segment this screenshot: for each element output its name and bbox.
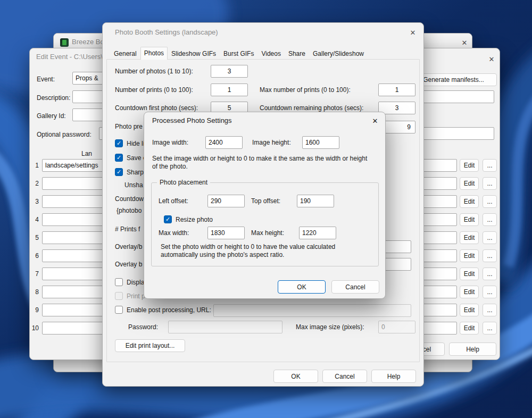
row-more-button[interactable]: ... <box>483 195 497 208</box>
left-offset-input[interactable] <box>207 195 245 207</box>
row-more-button[interactable]: ... <box>483 304 497 316</box>
tab-burst-gifs[interactable]: Burst GIFs <box>220 48 257 60</box>
num-prints-input[interactable] <box>211 83 248 96</box>
max-image-size-label: Max image size (pixels): <box>296 323 364 331</box>
row-more-button[interactable]: ... <box>483 322 497 335</box>
resize-photo-label: Resize photo <box>176 216 213 223</box>
image-width-input[interactable] <box>205 136 243 149</box>
max-height-input[interactable] <box>299 227 336 239</box>
max-width-input[interactable] <box>207 227 245 239</box>
processed-dialog-titlebar[interactable]: Processed Photo Settings ✕ <box>144 112 385 130</box>
row-number: 8 <box>30 288 39 296</box>
checkmark-icon: ✓ <box>165 216 170 223</box>
sharpen-checkbox[interactable]: ✓ <box>115 168 123 176</box>
row-edit-button[interactable]: Edit <box>460 195 479 208</box>
image-width-label: Image width: <box>152 139 188 146</box>
cancel-button[interactable]: Cancel <box>331 280 379 294</box>
row-number: 7 <box>30 270 39 278</box>
row-number: 4 <box>30 216 39 223</box>
display-label: Displa <box>127 279 144 286</box>
row-edit-button[interactable]: Edit <box>460 177 479 190</box>
tab-gallery-slideshow[interactable]: Gallery/Slideshow <box>309 48 368 60</box>
row-number: 2 <box>30 180 39 187</box>
edit-event-title: Edit Event - C:\Users\ <box>36 53 103 61</box>
row-more-button[interactable]: ... <box>483 177 497 190</box>
max-width-label: Max width: <box>159 229 189 237</box>
close-icon[interactable]: ✕ <box>408 27 418 38</box>
description-label: Description: <box>37 94 70 102</box>
ok-button[interactable]: OK <box>278 280 326 294</box>
row-edit-button[interactable]: Edit <box>460 231 479 244</box>
row-more-button[interactable]: ... <box>483 267 497 280</box>
row-edit-button[interactable]: Edit <box>460 213 479 226</box>
tab-slideshow-gifs[interactable]: Slideshow GIFs <box>168 48 220 60</box>
image-height-label: Image height: <box>252 139 291 146</box>
row-more-button[interactable]: ... <box>483 159 497 172</box>
processed-dialog-title: Processed Photo Settings <box>152 116 232 125</box>
row-number: 6 <box>30 252 39 260</box>
row-number: 9 <box>30 306 39 314</box>
overlay-border-label: Overlay b <box>115 261 142 268</box>
row-more-button[interactable]: ... <box>483 231 497 244</box>
cancel-button[interactable]: Cancel <box>322 370 367 383</box>
column-header-label: Lan <box>81 150 92 157</box>
gallery-id-label: Gallery Id: <box>37 112 66 120</box>
countdown-overlay-label: Countdow <box>115 195 144 203</box>
edit-print-layout-button[interactable]: Edit print layout... <box>115 339 185 352</box>
countdown-remaining-label: Countdown remaining photos (secs): <box>260 104 363 112</box>
password-input[interactable] <box>168 321 282 333</box>
row-more-button[interactable]: ... <box>483 286 497 298</box>
help-button[interactable]: Help <box>371 370 416 383</box>
row-edit-button[interactable]: Edit <box>460 267 479 280</box>
display-checkbox[interactable] <box>115 278 123 286</box>
top-offset-input[interactable] <box>297 195 334 207</box>
print-preview-checkbox[interactable] <box>115 292 123 300</box>
row-number: 5 <box>30 234 39 241</box>
checkmark-icon: ✓ <box>117 140 121 147</box>
overlay-background-label: Overlay/b <box>115 243 142 250</box>
print-preview-label: Print p <box>127 292 145 300</box>
image-height-input[interactable] <box>302 136 339 149</box>
close-icon[interactable]: ✕ <box>370 115 380 126</box>
photobooth-token-label: {photobo <box>117 207 142 214</box>
desktop: Breeze Booth ✕ Edit Event - C:\Users\ ✕ … <box>0 0 532 418</box>
optional-password-label: Optional password: <box>37 131 92 138</box>
row-edit-button[interactable]: Edit <box>460 322 479 335</box>
row-more-button[interactable]: ... <box>483 249 497 262</box>
row-edit-button[interactable]: Edit <box>460 249 479 262</box>
post-processing-url-input[interactable] <box>213 304 411 317</box>
sharpen-label: Sharp <box>127 169 144 176</box>
row-number: 3 <box>30 198 39 205</box>
aspect-note: Set the photo width or height to 0 to ha… <box>161 243 359 259</box>
tab-share[interactable]: Share <box>285 48 309 60</box>
resize-photo-checkbox[interactable]: ✓ <box>164 215 172 223</box>
tab-general[interactable]: General <box>110 48 140 60</box>
row-edit-button[interactable]: Edit <box>460 159 479 172</box>
tab-strip: General Photos Slideshow GIFs Burst GIFs… <box>110 47 368 60</box>
tab-videos[interactable]: Videos <box>257 48 284 60</box>
close-icon[interactable]: ✕ <box>459 37 470 48</box>
row-number: 1 <box>30 162 39 169</box>
max-image-size-input[interactable] <box>378 321 415 333</box>
post-processing-label: Enable post processing, URL: <box>127 306 211 314</box>
max-prints-input[interactable] <box>378 83 415 96</box>
unsharp-label: Unsha <box>124 181 143 189</box>
post-processing-checkbox[interactable] <box>115 306 123 314</box>
num-photos-input[interactable] <box>211 65 248 78</box>
ok-button[interactable]: OK <box>273 370 318 383</box>
close-icon[interactable]: ✕ <box>486 54 497 64</box>
left-offset-label: Left offset: <box>159 197 188 205</box>
hide-live-label: Hide li <box>127 140 144 147</box>
tab-photos[interactable]: Photos <box>140 47 168 60</box>
num-photos-label: Number of photos (1 to 10): <box>115 68 193 75</box>
save-checkbox[interactable]: ✓ <box>115 154 123 162</box>
hide-live-checkbox[interactable]: ✓ <box>115 139 123 147</box>
help-button[interactable]: Help <box>449 342 496 356</box>
row-edit-button[interactable]: Edit <box>460 286 479 298</box>
photo-booth-titlebar[interactable]: Photo Booth Settings (landscape) ✕ <box>103 23 423 41</box>
photo-prefix-label: Photo pre <box>115 123 143 130</box>
event-label: Event: <box>37 76 55 83</box>
prints-per-photo-label: # Prints f <box>115 225 140 233</box>
row-more-button[interactable]: ... <box>483 213 497 226</box>
row-edit-button[interactable]: Edit <box>460 304 479 316</box>
